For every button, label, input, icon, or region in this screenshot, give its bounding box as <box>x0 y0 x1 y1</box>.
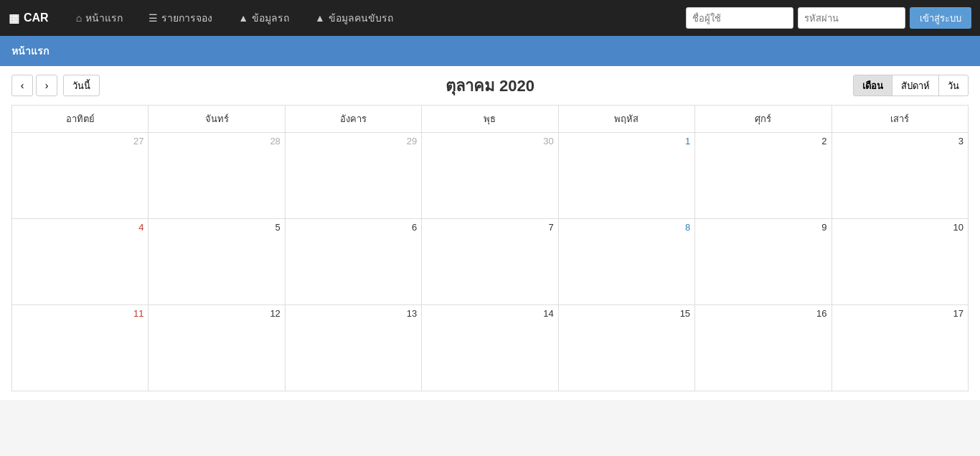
calendar-day-cell[interactable]: 12 <box>149 305 285 391</box>
calendar-header-row: อาทิตย์จันทร์อังคารพุธพฤหัสศุกร์เสาร์ <box>12 106 969 133</box>
calendar-day-cell[interactable]: 1 <box>558 133 694 219</box>
section-header: หน้าแรก <box>0 36 980 66</box>
view-month-button[interactable]: เดือน <box>853 75 892 96</box>
calendar-day-cell[interactable]: 15 <box>558 305 694 391</box>
day-number: 8 <box>563 222 690 233</box>
calendar-day-cell[interactable]: 30 <box>422 133 558 219</box>
list-icon: ☰ <box>149 12 158 24</box>
calendar-day-cell[interactable]: 16 <box>695 305 831 391</box>
username-input[interactable] <box>686 7 793 29</box>
calendar-day-cell[interactable]: 2 <box>695 133 831 219</box>
calendar-day-cell[interactable]: 17 <box>831 305 968 391</box>
calendar-day-cell[interactable]: 10 <box>831 219 968 305</box>
nav-driver-info-label: ข้อมูลคนขับรถ <box>329 10 393 26</box>
cal-nav: ‹ › วันนี้ <box>11 75 100 96</box>
day-number: 4 <box>17 222 143 233</box>
nav-home-label: หน้าแรก <box>85 10 123 26</box>
day-number: 16 <box>699 308 826 319</box>
day-number: 13 <box>290 308 417 319</box>
login-button[interactable]: เข้าสู่ระบบ <box>910 7 971 29</box>
calendar-day-cell[interactable]: 8 <box>558 219 694 305</box>
day-number: 2 <box>699 136 826 146</box>
day-number: 17 <box>837 308 963 319</box>
calendar-grid: อาทิตย์จันทร์อังคารพุธพฤหัสศุกร์เสาร์ 27… <box>11 105 969 391</box>
day-number: 1 <box>563 136 690 146</box>
day-number: 27 <box>17 136 143 146</box>
next-button[interactable]: › <box>36 75 57 96</box>
day-header: เสาร์ <box>831 106 968 133</box>
day-number: 14 <box>426 308 553 319</box>
calendar-day-cell[interactable]: 6 <box>285 219 421 305</box>
day-number: 11 <box>17 308 143 319</box>
calendar-week-row: 11121314151617 <box>12 305 969 391</box>
day-header: ศุกร์ <box>695 106 831 133</box>
day-header: พุธ <box>422 106 558 133</box>
navbar: ▦ CAR ⌂ หน้าแรก ☰ รายการจอง ▲ ข้อมูลรถ ▲… <box>0 0 980 36</box>
day-number: 3 <box>837 136 963 146</box>
password-input[interactable] <box>798 7 905 29</box>
day-number: 9 <box>699 222 826 233</box>
page-content: หน้าแรก ‹ › วันนี้ ตุลาคม 2020 เดือน สัป… <box>0 36 980 400</box>
brand-icon: ▦ <box>9 11 19 25</box>
brand-label: CAR <box>24 11 49 24</box>
calendar-body: 272829301234567891011121314151617 <box>12 133 969 391</box>
calendar-day-cell[interactable]: 7 <box>422 219 558 305</box>
day-header: อาทิตย์ <box>12 106 149 133</box>
view-day-button[interactable]: วัน <box>938 75 969 96</box>
brand: ▦ CAR <box>9 11 49 25</box>
day-number: 15 <box>563 308 690 319</box>
calendar-day-cell[interactable]: 3 <box>831 133 968 219</box>
day-header: อังคาร <box>285 106 421 133</box>
calendar-day-cell[interactable]: 5 <box>149 219 285 305</box>
calendar-day-cell[interactable]: 27 <box>12 133 149 219</box>
view-week-button[interactable]: สัปดาห์ <box>892 75 939 96</box>
today-button[interactable]: วันนี้ <box>63 75 100 96</box>
day-number: 6 <box>290 222 417 233</box>
day-number: 5 <box>153 222 280 233</box>
prev-button[interactable]: ‹ <box>11 75 33 96</box>
nav-booking[interactable]: ☰ รายการจอง <box>143 0 218 36</box>
home-icon: ⌂ <box>76 12 82 24</box>
day-header: จันทร์ <box>149 106 285 133</box>
nav-home[interactable]: ⌂ หน้าแรก <box>70 0 128 36</box>
day-number: 30 <box>426 136 553 146</box>
nav-car-info-label: ข้อมูลรถ <box>252 10 289 26</box>
day-number: 29 <box>290 136 417 146</box>
calendar-day-cell[interactable]: 9 <box>695 219 831 305</box>
driver-icon: ▲ <box>315 12 325 24</box>
auth-area: เข้าสู่ระบบ <box>686 7 971 29</box>
nav-car-info[interactable]: ▲ ข้อมูลรถ <box>232 0 295 36</box>
calendar-day-cell[interactable]: 13 <box>285 305 421 391</box>
calendar-wrapper: ‹ › วันนี้ ตุลาคม 2020 เดือน สัปดาห์ วัน… <box>0 66 980 400</box>
car-icon: ▲ <box>238 12 248 24</box>
day-number: 7 <box>426 222 553 233</box>
calendar-day-cell[interactable]: 28 <box>149 133 285 219</box>
calendar-day-cell[interactable]: 4 <box>12 219 149 305</box>
calendar-week-row: 45678910 <box>12 219 969 305</box>
day-number: 12 <box>153 308 280 319</box>
calendar-day-cell[interactable]: 14 <box>422 305 558 391</box>
calendar-week-row: 27282930123 <box>12 133 969 219</box>
day-header: พฤหัส <box>558 106 694 133</box>
calendar-toolbar: ‹ › วันนี้ ตุลาคม 2020 เดือน สัปดาห์ วัน <box>11 75 969 96</box>
calendar-title: ตุลาคม 2020 <box>446 73 534 98</box>
day-number: 28 <box>153 136 280 146</box>
nav-booking-label: รายการจอง <box>161 10 212 26</box>
calendar-day-cell[interactable]: 11 <box>12 305 149 391</box>
nav-driver-info[interactable]: ▲ ข้อมูลคนขับรถ <box>309 0 399 36</box>
view-buttons: เดือน สัปดาห์ วัน <box>854 75 969 96</box>
day-number: 10 <box>837 222 963 233</box>
calendar-day-cell[interactable]: 29 <box>285 133 421 219</box>
